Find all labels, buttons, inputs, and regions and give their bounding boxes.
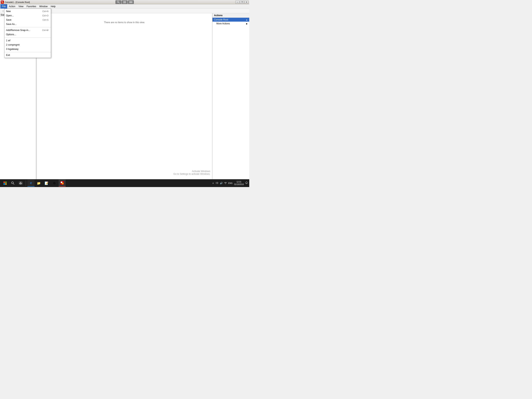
menu-item-recent1[interactable]: 1 wf	[5, 38, 51, 43]
restore-button[interactable]: ❐	[240, 1, 244, 4]
app-icon	[1, 0, 4, 4]
menu-item-new-shortcut: Ctrl+N	[43, 10, 49, 13]
file-menu-dropdown: New Ctrl+N Open... Ctrl+O Save Ctrl+S Sa…	[4, 9, 51, 58]
clock-time: 12:31	[234, 180, 244, 183]
svg-rect-8	[129, 1, 133, 3]
taskbar-app-ie[interactable]: e	[27, 180, 34, 187]
menu-item-save[interactable]: Save Ctrl+S	[5, 18, 51, 22]
chevron-up-icon: ▲	[246, 19, 248, 21]
magnify-icon[interactable]	[115, 0, 121, 4]
ie-icon: e	[30, 181, 32, 185]
lang-label[interactable]: ENG	[228, 182, 233, 184]
systray-chevron[interactable]: ∧	[212, 182, 214, 185]
toolbar-search	[115, 0, 134, 4]
clock[interactable]: 12:31 31/10/2016	[234, 180, 244, 186]
svg-rect-23	[19, 182, 20, 183]
clock-date: 31/10/2016	[234, 183, 244, 186]
svg-rect-19	[4, 183, 5, 185]
menu-item-saveas-label: Save As...	[6, 23, 17, 26]
menu-item-options[interactable]: Options...	[5, 32, 51, 37]
menu-lines-icon[interactable]	[122, 0, 127, 4]
network-icon[interactable]	[215, 182, 218, 185]
actions-panel: Actions Console Root ▲ More Actions ▶	[212, 13, 249, 187]
file-menu-section-3: 1 wf 2 compmgmt 3 tsgateway	[5, 38, 51, 52]
menu-action[interactable]: Action	[7, 4, 17, 9]
svg-point-30	[225, 184, 226, 184]
network-wifi-icon[interactable]	[224, 182, 227, 185]
svg-rect-29	[62, 183, 63, 184]
back-button[interactable]: ◀	[1, 9, 5, 13]
console-root-row[interactable]: Console Root ▲	[212, 18, 249, 22]
menu-favorites[interactable]: Favorites	[25, 4, 38, 9]
svg-point-3	[117, 1, 119, 3]
svg-rect-2	[2, 2, 3, 3]
menu-item-exit-label: Exit	[6, 54, 10, 57]
menu-item-open[interactable]: Open... Ctrl+O	[5, 13, 51, 18]
svg-rect-26	[21, 184, 22, 185]
explorer-icon: 📁	[37, 181, 41, 185]
empty-message: There are no items to show in this view.	[104, 21, 145, 24]
svg-line-4	[119, 2, 120, 3]
svg-rect-25	[19, 184, 20, 185]
menu-item-open-label: Open...	[6, 14, 14, 17]
menu-item-addsnapin[interactable]: Add/Remove Snap-in... Ctrl+M	[5, 28, 51, 32]
volume-icon[interactable]: 🔊	[220, 182, 223, 185]
svg-rect-17	[4, 182, 5, 183]
taskbar-app-explorer[interactable]: 📁	[35, 180, 42, 187]
title-bar-controls[interactable]: — ❐ ✕	[235, 1, 248, 4]
file-menu-section-2: Add/Remove Snap-in... Ctrl+M Options...	[5, 28, 51, 37]
menu-item-open-shortcut: Ctrl+O	[42, 14, 49, 17]
start-button[interactable]	[1, 180, 9, 187]
taskbar-right: ∧ 🔊 ENG 12:31 31/10/2016	[212, 180, 248, 186]
title-bar-left: Console1 - [Console Root]	[1, 0, 30, 4]
svg-point-21	[12, 182, 13, 184]
minimize-button[interactable]: —	[235, 1, 240, 4]
menu-bar: File Action View Favorites Window Help	[0, 4, 249, 9]
menu-item-new-label: New	[6, 10, 11, 13]
taskbar-app-settings[interactable]: ⚙	[51, 180, 58, 187]
task-view-button[interactable]	[17, 180, 24, 187]
more-actions-label: More Actions	[216, 22, 230, 25]
menu-item-addsnapin-label: Add/Remove Snap-in...	[6, 29, 30, 32]
svg-rect-20	[5, 183, 7, 185]
menu-view[interactable]: View	[17, 4, 25, 9]
search-button[interactable]	[9, 180, 16, 187]
svg-rect-18	[5, 182, 7, 183]
menu-item-new[interactable]: New Ctrl+N	[5, 9, 51, 13]
taskbar-app-notepad[interactable]: 📝	[43, 180, 50, 187]
menu-item-recent3[interactable]: 3 tsgateway	[5, 47, 51, 51]
menu-item-recent2[interactable]: 2 compmgmt	[5, 43, 51, 47]
title-bar-text: Console1 - [Console Root]	[5, 1, 30, 3]
menu-help[interactable]: Help	[49, 4, 57, 9]
file-menu-section-1: New Ctrl+N Open... Ctrl+O Save Ctrl+S Sa…	[5, 9, 51, 27]
menu-item-save-label: Save	[6, 19, 11, 21]
taskbar-app-mmc[interactable]	[59, 180, 66, 187]
menu-item-recent1-label: 1 wf	[6, 39, 10, 42]
notification-icon[interactable]	[245, 182, 248, 185]
svg-rect-24	[21, 182, 22, 183]
menu-item-saveas[interactable]: Save As...	[5, 22, 51, 26]
center-panel: There are no items to show in this view.	[37, 13, 212, 187]
menu-file[interactable]: File	[0, 4, 7, 9]
svg-line-22	[13, 184, 14, 185]
menu-window[interactable]: Window	[38, 4, 49, 9]
console-root-label: Console Root	[214, 18, 228, 21]
more-actions-row[interactable]: More Actions ▶	[212, 22, 249, 26]
menu-item-recent2-label: 2 compmgmt	[6, 44, 19, 46]
menu-divider-2	[5, 37, 51, 38]
menu-item-exit[interactable]: Exit	[5, 53, 51, 57]
taskbar-left: e 📁 📝 ⚙	[1, 180, 66, 187]
taskbar: e 📁 📝 ⚙ ∧ 🔊	[0, 179, 249, 187]
menu-item-recent3-label: 3 tsgateway	[6, 48, 19, 51]
actions-header: Actions	[212, 13, 249, 18]
settings-icon: ⚙	[53, 181, 56, 185]
menu-item-options-label: Options...	[6, 33, 16, 36]
menu-item-save-shortcut: Ctrl+S	[43, 19, 49, 21]
menu-item-addsnapin-shortcut: Ctrl+M	[42, 29, 49, 31]
chevron-right-icon: ▶	[246, 23, 248, 25]
taskbar-divider	[26, 180, 26, 186]
keyboard-icon[interactable]	[128, 0, 134, 4]
notepad-icon: 📝	[44, 181, 49, 185]
title-bar: Console1 - [Console Root]	[0, 0, 249, 4]
close-button[interactable]: ✕	[244, 1, 248, 4]
